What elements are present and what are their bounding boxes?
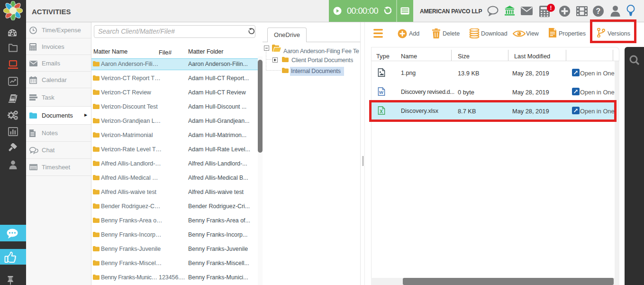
svg-text:W: W [379, 90, 383, 95]
svg-text:?: ? [596, 7, 601, 15]
svg-text:!: ! [550, 5, 552, 11]
